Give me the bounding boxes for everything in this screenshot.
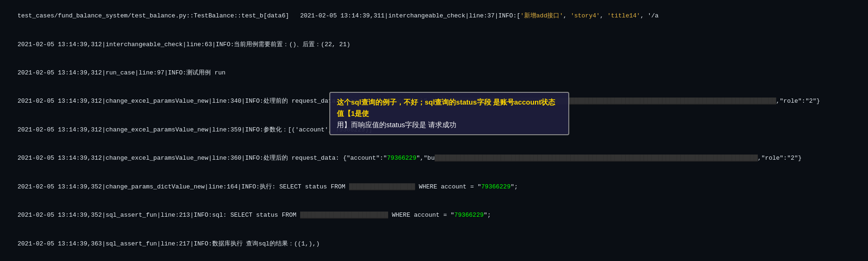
log-line-3: 2021-02-05 13:14:39,312|run_case|line:97… (3, 59, 865, 87)
log-line-1: test_cases/fund_balance_system/test_bala… (3, 2, 865, 30)
log-line-9: 2021-02-05 13:14:39,363|sql_assert_fun|l… (3, 229, 865, 258)
annotation-title: 这个sql查询的例子，不好；sql查询的status字段 是账号account状… (337, 98, 555, 117)
annotation-body: 用】而响应值的status字段是 请求成功 (337, 121, 456, 129)
log-line-7: 2021-02-05 13:14:39,352|change_params_di… (3, 173, 865, 201)
log-line-6: 2021-02-05 13:14:39,312|change_excel_par… (3, 144, 865, 172)
log-line-2: 2021-02-05 13:14:39,312|interchangeable_… (3, 30, 865, 58)
annotation-box: 这个sql查询的例子，不好；sql查询的status字段 是账号account状… (329, 92, 569, 135)
log-line-10: 2021-02-05 13:14:39,364|sql_assert_fun|l… (3, 258, 865, 261)
log-line-8: 2021-02-05 13:14:39,352|sql_assert_fun|l… (3, 201, 865, 229)
terminal-window: test_cases/fund_balance_system/test_bala… (0, 0, 868, 261)
